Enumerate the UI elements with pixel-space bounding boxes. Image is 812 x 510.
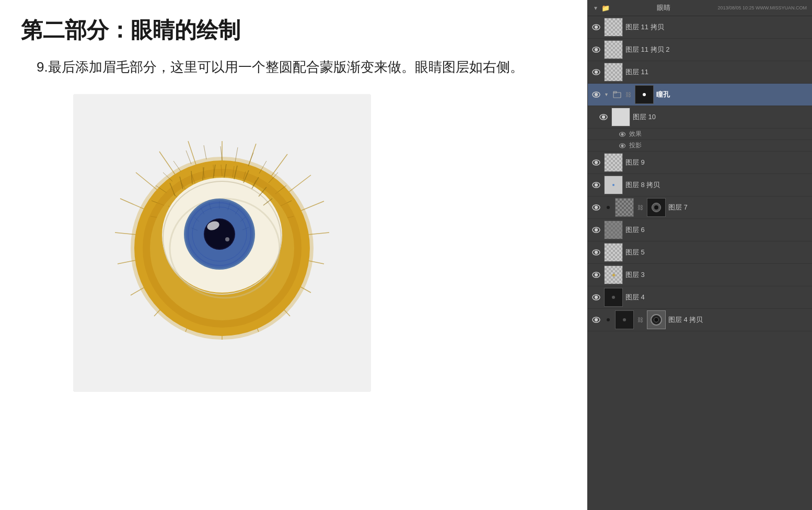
dot-indicator2 <box>604 316 612 324</box>
layer-row[interactable]: 图层 8 拷贝 <box>588 174 812 196</box>
svg-point-118 <box>621 145 623 147</box>
svg-point-116 <box>621 133 623 135</box>
layer-thumbnail <box>611 108 630 126</box>
visibility-icon[interactable] <box>591 315 601 325</box>
svg-point-104 <box>595 26 598 29</box>
visibility-icon[interactable] <box>591 225 601 235</box>
group-icon <box>612 90 622 99</box>
layer-row[interactable]: 图层 3 <box>588 264 812 286</box>
layer-name: 图层 11 拷贝 <box>625 22 809 32</box>
svg-point-108 <box>595 71 598 74</box>
svg-point-91 <box>225 237 229 241</box>
visibility-icon[interactable] <box>591 157 601 168</box>
svg-point-134 <box>595 319 598 321</box>
layer-name: 图层 10 <box>633 112 809 122</box>
layer-thumbnail <box>604 265 623 284</box>
layer-name: 图层 4 <box>625 293 809 302</box>
layer-name: 图层 6 <box>625 225 809 235</box>
layer-thumbnail <box>604 63 623 82</box>
svg-point-126 <box>595 229 598 231</box>
layer-thumbnail <box>604 243 623 262</box>
fold-arrow-icon[interactable]: ▼ <box>604 92 609 97</box>
panel-header: ▼ 📁 眼睛 2013/08/05 10:25 WWW.MISSYUAN.COM <box>588 0 812 16</box>
layer-thumbnail <box>604 221 623 239</box>
illustration-container <box>73 94 371 392</box>
content-area: 第二部分：眼睛的绘制 9.最后添加眉毛部分，这里可以用一个整圆配合蒙版渐变来做。… <box>0 0 587 510</box>
visibility-icon[interactable] <box>591 180 601 190</box>
layer-row[interactable]: 图层 11 拷贝 2 <box>588 39 812 61</box>
shadow-label: 投影 <box>629 141 642 150</box>
svg-point-106 <box>595 49 598 51</box>
layer-name: 图层 9 <box>625 158 809 167</box>
shadow-effect-row: 投影 <box>588 140 812 152</box>
visibility-icon[interactable] <box>591 67 601 77</box>
visibility-icon[interactable] <box>591 202 601 213</box>
layer-row[interactable]: 图层 10 <box>588 106 812 129</box>
layer-thumbnail <box>604 176 623 194</box>
layer-name: 图层 11 拷贝 2 <box>625 45 809 54</box>
layer-row[interactable]: ⛓ 图层 4 拷贝 <box>588 309 812 331</box>
layer-row[interactable]: 图层 5 <box>588 241 812 264</box>
visibility-icon[interactable] <box>591 270 601 280</box>
visibility-icon[interactable] <box>598 112 609 122</box>
visibility-icon[interactable] <box>591 89 601 100</box>
layer-thumbnail <box>604 288 623 307</box>
layer-name: 图层 7 <box>668 203 809 212</box>
layer-name: 图层 8 拷贝 <box>625 180 809 190</box>
visibility-icon[interactable] <box>591 44 601 55</box>
layer-thumbnail <box>615 310 634 329</box>
svg-point-132 <box>595 296 598 299</box>
svg-point-110 <box>595 94 598 96</box>
visibility-icon[interactable] <box>591 247 601 258</box>
panel-arrow: ▼ <box>593 5 598 11</box>
layer-name: 瞳孔 <box>656 90 809 99</box>
effect-label: 效果 <box>629 130 642 138</box>
svg-point-114 <box>602 116 605 119</box>
panel-title: 眼睛 <box>613 3 715 13</box>
dot-indicator <box>604 203 612 212</box>
layer-name: 图层 4 拷贝 <box>668 315 809 324</box>
layer-row[interactable]: ⛓ 图层 7 <box>588 196 812 219</box>
chain-icon: ⛓ <box>625 91 631 98</box>
layer-row[interactable]: 图层 11 拷贝 <box>588 16 812 39</box>
svg-point-130 <box>595 274 598 276</box>
panel-folder-icon: 📁 <box>601 4 610 12</box>
layer-name: 图层 3 <box>625 270 809 280</box>
layer-row[interactable]: 图层 4 <box>588 286 812 309</box>
page-title: 第二部分：眼睛的绘制 <box>21 16 566 45</box>
svg-point-128 <box>595 251 598 254</box>
layer-row[interactable]: 图层 11 <box>588 61 812 84</box>
effect-row: 效果 <box>588 129 812 140</box>
layers-list[interactable]: 图层 11 拷贝 图层 11 拷贝 2 图层 11 ▼ <box>588 16 812 510</box>
layer-name: 图层 11 <box>625 67 809 77</box>
layer-row-group[interactable]: ▼ ⛓ 瞳孔 <box>588 84 812 106</box>
svg-point-120 <box>595 161 598 164</box>
visibility-icon[interactable] <box>591 292 601 303</box>
effect-visibility-icon[interactable] <box>618 142 627 150</box>
monster-illustration <box>73 94 371 392</box>
effect-visibility-icon[interactable] <box>618 130 627 138</box>
svg-point-122 <box>595 184 598 187</box>
layer-thumbnail <box>604 153 623 172</box>
chain-icon2: ⛓ <box>637 204 643 211</box>
svg-point-124 <box>595 206 598 209</box>
visibility-icon[interactable] <box>591 22 601 32</box>
layer-thumbnail <box>615 198 634 217</box>
mask-thumbnail2 <box>647 310 666 329</box>
layer-thumbnail <box>604 18 623 37</box>
watermark: 2013/08/05 10:25 WWW.MISSYUAN.COM <box>717 5 807 10</box>
layer-name: 图层 5 <box>625 248 809 257</box>
layer-thumbnail <box>635 85 654 104</box>
mask-thumbnail <box>647 198 666 217</box>
layers-panel: ▼ 📁 眼睛 2013/08/05 10:25 WWW.MISSYUAN.COM… <box>587 0 812 510</box>
subtitle-text: 9.最后添加眉毛部分，这里可以用一个整圆配合蒙版渐变来做。眼睛图层如右侧。 <box>37 55 566 78</box>
layer-thumbnail <box>604 40 623 59</box>
layer-row[interactable]: 图层 9 <box>588 152 812 174</box>
layer-row[interactable]: 图层 6 <box>588 219 812 241</box>
chain-icon3: ⛓ <box>637 317 643 323</box>
